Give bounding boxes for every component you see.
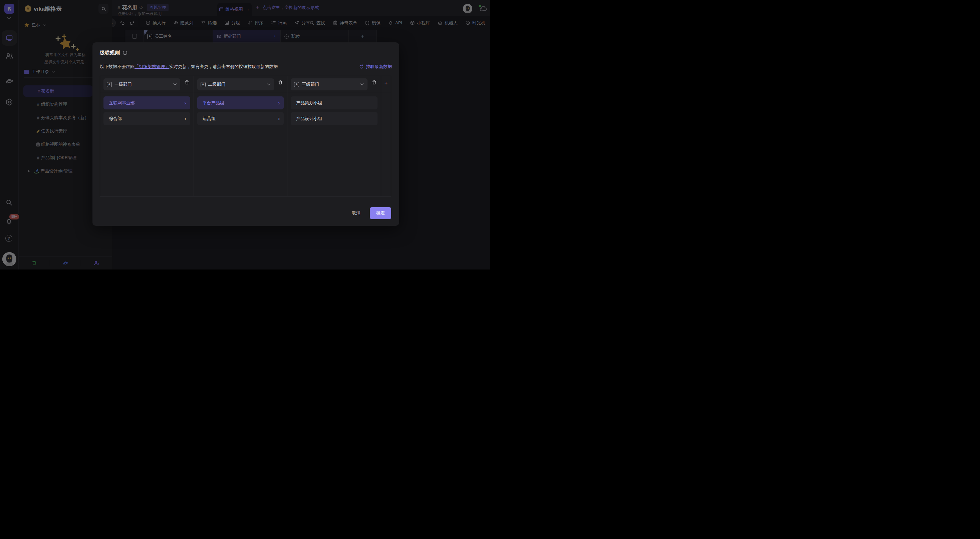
chevron-down-icon bbox=[173, 83, 177, 86]
delete-level-icon[interactable] bbox=[372, 80, 377, 85]
cascade-option-selected[interactable]: 平台产品组 › bbox=[197, 97, 284, 109]
level-2-header: A 二级部门 bbox=[194, 76, 288, 93]
refresh-label: 拉取最新数据 bbox=[366, 64, 392, 70]
option-label: 互联网事业部 bbox=[109, 100, 135, 106]
description-prefix: 以下数据不会跟随 bbox=[100, 64, 135, 69]
chevron-down-icon bbox=[267, 83, 271, 86]
level-selects-row: A 一级部门 A 二级部门 A bbox=[100, 76, 391, 93]
text-field-icon: A bbox=[200, 82, 205, 87]
cancel-button[interactable]: 取消 bbox=[352, 210, 361, 216]
level-3-options: 产品策划小组 产品设计小组 bbox=[287, 93, 381, 196]
chevron-right-icon: › bbox=[278, 100, 280, 106]
level-2-field-select[interactable]: A 二级部门 bbox=[197, 78, 274, 90]
cascade-options-row: 互联网事业部 › 综合部 › 平台产品组 › 运营组 › bbox=[100, 93, 391, 196]
app-window: 99+ ? V vika维格表 bbox=[0, 0, 490, 270]
delete-level-icon[interactable] bbox=[278, 80, 283, 85]
field-select-value: 三级部门 bbox=[302, 81, 358, 87]
cascade-rules-modal: 级联规则 以下数据不会跟随「组织架构管理」实时更新，如有变更，请点击右侧的按钮拉… bbox=[92, 42, 399, 226]
level-3-field-select[interactable]: A 三级部门 bbox=[291, 78, 368, 90]
level-2-options: 平台产品组 › 运营组 › bbox=[194, 93, 288, 196]
field-select-value: 一级部门 bbox=[115, 81, 170, 87]
add-level-button[interactable]: ＋ bbox=[383, 80, 389, 86]
option-label: 综合部 bbox=[109, 116, 122, 122]
option-label: 平台产品组 bbox=[203, 100, 224, 106]
add-level-column-body bbox=[381, 93, 391, 196]
cascade-config-box: A 一级部门 A 二级部门 A bbox=[100, 76, 391, 197]
modal-footer: 取消 确定 bbox=[352, 207, 391, 219]
org-structure-link[interactable]: 「组织架构管理」 bbox=[135, 64, 169, 69]
level-1-field-select[interactable]: A 一级部门 bbox=[103, 78, 180, 90]
text-field-icon: A bbox=[107, 82, 112, 87]
confirm-button[interactable]: 确定 bbox=[370, 207, 391, 219]
info-icon[interactable] bbox=[123, 50, 127, 55]
chevron-right-icon: › bbox=[278, 116, 280, 121]
option-label: 产品设计小组 bbox=[296, 116, 322, 122]
delete-level-icon[interactable] bbox=[184, 80, 189, 85]
cascade-option[interactable]: 产品策划小组 bbox=[291, 97, 377, 109]
modal-description-row: 以下数据不会跟随「组织架构管理」实时更新，如有变更，请点击右侧的按钮拉取最新的数… bbox=[100, 64, 392, 70]
refresh-data-button[interactable]: 拉取最新数据 bbox=[359, 64, 392, 70]
cascade-option[interactable]: 运营组 › bbox=[197, 112, 284, 125]
chevron-right-icon: › bbox=[184, 116, 186, 121]
chevron-right-icon: › bbox=[184, 100, 186, 106]
option-label: 运营组 bbox=[203, 116, 216, 122]
cascade-option[interactable]: 综合部 › bbox=[103, 112, 190, 125]
level-1-header: A 一级部门 bbox=[100, 76, 194, 93]
option-label: 产品策划小组 bbox=[296, 100, 322, 106]
cascade-option[interactable]: 产品设计小组 bbox=[291, 112, 377, 125]
modal-title: 级联规则 bbox=[100, 50, 120, 56]
modal-description: 以下数据不会跟随「组织架构管理」实时更新，如有变更，请点击右侧的按钮拉取最新的数… bbox=[100, 64, 278, 70]
level-1-options: 互联网事业部 › 综合部 › bbox=[100, 93, 194, 196]
field-select-value: 二级部门 bbox=[208, 81, 264, 87]
cascade-option-selected[interactable]: 互联网事业部 › bbox=[103, 97, 190, 109]
add-level-column: ＋ bbox=[381, 76, 391, 93]
chevron-down-icon bbox=[360, 83, 364, 86]
description-suffix: 实时更新，如有变更，请点击右侧的按钮拉取最新的数据 bbox=[169, 64, 278, 69]
refresh-icon bbox=[359, 64, 364, 69]
text-field-icon: A bbox=[294, 82, 299, 87]
level-3-header: A 三级部门 bbox=[287, 76, 381, 93]
